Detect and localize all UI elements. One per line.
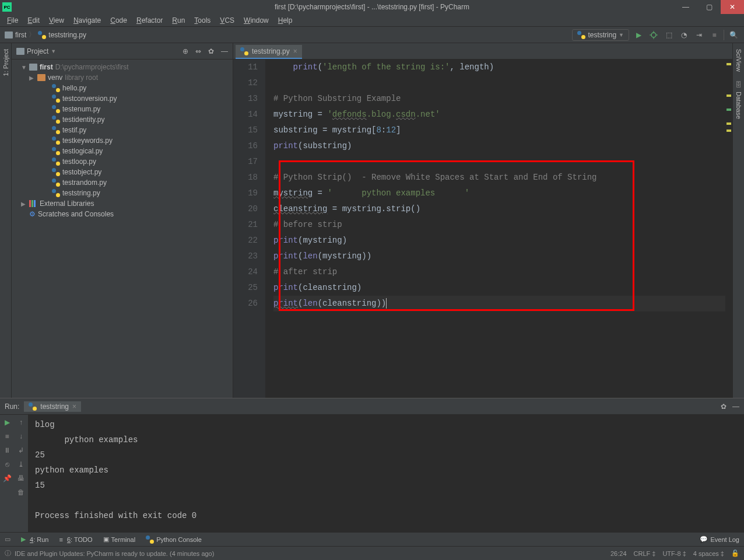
project-toolwindow-tab[interactable]: 1: Project [2, 46, 9, 79]
tree-file-testlogical-py[interactable]: testlogical.py [12, 146, 233, 156]
maximize-button[interactable]: ▢ [697, 0, 721, 14]
menu-vcs[interactable]: VCS [216, 15, 238, 26]
python-file-icon [577, 31, 585, 39]
profile-button[interactable]: ◔ [678, 29, 690, 41]
code-line-17[interactable] [273, 154, 732, 170]
event-log-button[interactable]: 💬Event Log [700, 536, 739, 543]
code-line-21[interactable]: # before strip [273, 217, 732, 233]
window-controls: — ▢ ✕ [674, 0, 744, 14]
stop-icon[interactable]: ■ [5, 432, 9, 440]
tree-external-libraries[interactable]: ▶ External Libraries [12, 198, 233, 209]
indent-setting[interactable]: 4 spaces ‡ [693, 550, 724, 557]
run-coverage-button[interactable]: ⬚ [663, 29, 675, 41]
stop-button[interactable]: ■ [708, 29, 720, 41]
code-line-15[interactable]: substring = mystring[8:12] [273, 123, 732, 138]
tree-file-testloop-py[interactable]: testloop.py [12, 156, 233, 167]
code-line-12[interactable] [273, 75, 732, 91]
menu-run[interactable]: Run [169, 15, 188, 26]
run-configuration-selector[interactable]: teststring ▼ [572, 29, 629, 41]
wrap-icon[interactable]: ↲ [18, 446, 24, 454]
debug-button[interactable] [648, 29, 659, 41]
tree-file-testidentity-py[interactable]: testidentity.py [12, 114, 233, 125]
code-line-16[interactable]: print(substring) [273, 138, 732, 154]
tree-file-testif-py[interactable]: testif.py [12, 125, 233, 135]
code-line-25[interactable]: print(cleanstring) [273, 280, 732, 296]
menu-refactor[interactable]: Refactor [133, 15, 166, 26]
menu-tools[interactable]: Tools [191, 15, 214, 26]
menu-navigate[interactable]: Navigate [70, 15, 104, 26]
tree-file-hello-py[interactable]: hello.py [12, 83, 233, 93]
close-tab-icon[interactable]: × [72, 402, 76, 411]
up-icon[interactable]: ↑ [19, 418, 23, 426]
editor-tab-teststring[interactable]: teststring.py × [236, 45, 302, 59]
search-everywhere-button[interactable]: 🔍 [728, 29, 739, 41]
breadcrumb[interactable]: first 〉 teststring.py [5, 30, 86, 40]
pause-icon[interactable]: ⏸ [3, 446, 10, 454]
print-icon[interactable]: 🖶 [17, 474, 24, 482]
editor-tab-label: teststring.py [252, 47, 290, 55]
run-button[interactable]: ▶ [633, 29, 644, 41]
hide-icon[interactable]: — [221, 47, 228, 55]
terminal-toolwindow-button[interactable]: ▣Terminal [103, 536, 136, 543]
code-line-24[interactable]: # after strip [273, 264, 732, 280]
python-console-toolwindow-button[interactable]: Python Console [146, 536, 202, 544]
code-line-23[interactable]: print(len(mystring)) [273, 249, 732, 264]
run-tab[interactable]: teststring × [24, 401, 81, 412]
code-line-13[interactable]: # Python Substring Example [273, 91, 732, 107]
code-line-26[interactable]: print(len(cleanstring)) [273, 296, 732, 312]
code-line-20[interactable]: cleanstring = mystring.strip() [273, 201, 732, 217]
line-separator[interactable]: CRLF ‡ [634, 550, 656, 557]
attach-button[interactable]: ⇥ [693, 29, 705, 41]
settings-icon[interactable]: ✿ [721, 402, 727, 411]
tree-scratches[interactable]: ⚙ Scratches and Consoles [12, 209, 233, 219]
tree-venv[interactable]: ▶ venv library root [12, 72, 233, 83]
pin-icon[interactable]: 📌 [3, 474, 12, 482]
rerun-icon[interactable]: ▶ [5, 418, 10, 426]
menu-file[interactable]: File [3, 15, 22, 26]
scroll-icon[interactable]: ⤓ [18, 460, 24, 468]
readonly-lock-icon[interactable]: 🔓 [731, 550, 739, 557]
collapse-icon[interactable]: ⇔ [195, 47, 201, 55]
run-side-toolbar-1: ▶ ■ ⏸ ⎋ 📌 [0, 415, 14, 532]
tree-file-testobject-py[interactable]: testobject.py [12, 167, 233, 177]
console-output[interactable]: blog python examples 25 python examples … [28, 415, 744, 532]
sciview-toolwindow-tab[interactable]: SciView [735, 46, 742, 75]
hide-icon[interactable]: — [732, 402, 739, 411]
run-toolwindow-button[interactable]: ▶ 4: 4: RunRun [21, 536, 49, 543]
breadcrumb-root[interactable]: first [15, 31, 26, 39]
caret-position[interactable]: 26:24 [610, 550, 627, 557]
trash-icon[interactable]: 🗑 [17, 488, 24, 496]
down-icon[interactable]: ↓ [19, 432, 23, 440]
close-button[interactable]: ✕ [721, 0, 744, 14]
file-encoding[interactable]: UTF-8 ‡ [662, 550, 686, 557]
code-line-18[interactable]: # Python Strip() - Remove White Spaces a… [273, 170, 732, 186]
breadcrumb-file[interactable]: teststring.py [48, 31, 86, 39]
tree-file-testconversion-py[interactable]: testconversion.py [12, 93, 233, 104]
menu-help[interactable]: Help [275, 15, 296, 26]
sidebar-title[interactable]: Project [27, 47, 48, 55]
todo-toolwindow-button[interactable]: ≡ 6: TODO6: TODO [59, 536, 93, 543]
tree-root[interactable]: ▼ first D:\pycharmprojects\first [12, 62, 233, 72]
minimize-button[interactable]: — [674, 0, 697, 14]
menu-window[interactable]: Window [240, 15, 272, 26]
menu-code[interactable]: Code [107, 15, 131, 26]
code-line-22[interactable]: print(mystring) [273, 233, 732, 249]
exit-icon[interactable]: ⎋ [5, 460, 9, 468]
tree-file-testkeywords-py[interactable]: testkeywords.py [12, 135, 233, 146]
tree-file-teststring-py[interactable]: teststring.py [12, 188, 233, 198]
code-line-14[interactable]: mystring = 'defonds.blog.csdn.net' [273, 107, 732, 123]
status-message: IDE and Plugin Updates: PyCharm is ready… [15, 550, 214, 557]
menu-view[interactable]: View [45, 15, 68, 26]
tree-file-testenum-py[interactable]: testenum.py [12, 104, 233, 114]
toolwindow-menu-icon[interactable]: ▭ [5, 536, 10, 543]
settings-icon[interactable]: ✿ [208, 47, 214, 55]
code-line-19[interactable]: mystring = ' python examples ' [273, 186, 732, 201]
close-tab-icon[interactable]: × [293, 47, 297, 55]
database-toolwindow-tab[interactable]: Database [735, 88, 742, 123]
code-line-11[interactable]: print('length of the string is:', length… [273, 60, 732, 75]
dropdown-icon[interactable]: ▼ [51, 48, 56, 54]
locate-icon[interactable]: ⊕ [183, 47, 188, 55]
tree-file-testrandom-py[interactable]: testrandom.py [12, 177, 233, 188]
info-icon[interactable]: ⓘ [5, 549, 11, 558]
menu-edit[interactable]: Edit [24, 15, 43, 26]
